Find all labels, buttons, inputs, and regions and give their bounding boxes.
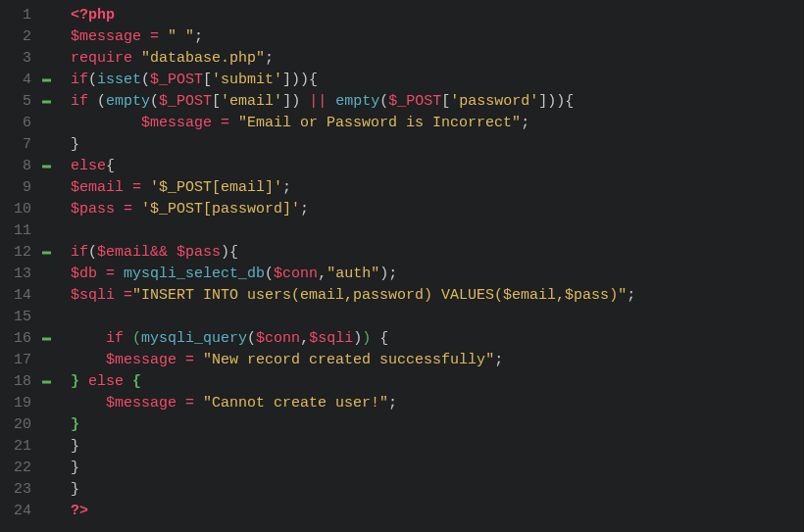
code-line[interactable]: $sqli ="INSERT INTO users(email,password… xyxy=(71,285,804,307)
token xyxy=(327,93,335,110)
token: } xyxy=(71,459,79,476)
token: } xyxy=(71,481,79,498)
token: ])){ xyxy=(538,93,574,110)
token: $db xyxy=(71,266,97,282)
token: " " xyxy=(168,28,194,45)
code-line[interactable]: $message = "Cannot create user!"; xyxy=(71,393,804,414)
token: $sqli xyxy=(309,330,353,347)
code-line[interactable]: $message = "Email or Password is Incorre… xyxy=(71,113,804,134)
token xyxy=(132,201,141,218)
code-line[interactable]: else{ xyxy=(71,156,804,177)
token xyxy=(71,115,141,131)
fold-marker-icon[interactable] xyxy=(42,252,51,255)
line-number: 9 xyxy=(0,177,57,199)
token: = xyxy=(106,266,115,282)
fold-marker-icon[interactable] xyxy=(42,79,51,82)
line-number: 22 xyxy=(0,458,57,479)
token xyxy=(176,352,185,368)
token: ; xyxy=(265,50,274,67)
line-number: 2 xyxy=(0,26,57,48)
code-line[interactable] xyxy=(71,220,804,242)
token: ( xyxy=(88,244,97,261)
token: = xyxy=(185,352,194,368)
token: = xyxy=(124,287,132,304)
token: } xyxy=(71,373,79,390)
token: 'submit' xyxy=(212,72,282,88)
token: ( xyxy=(265,266,274,282)
code-line[interactable]: <?php xyxy=(71,5,804,26)
code-line[interactable]: } xyxy=(71,414,804,436)
token xyxy=(97,266,106,282)
token xyxy=(212,115,221,131)
token: = xyxy=(185,395,194,411)
line-number: 23 xyxy=(0,479,57,501)
code-line[interactable]: $message = "New record created successfu… xyxy=(71,350,804,371)
fold-marker-icon[interactable] xyxy=(42,381,51,384)
token: ){ xyxy=(221,244,238,261)
code-line[interactable]: } xyxy=(71,134,804,156)
token xyxy=(88,93,97,110)
token: if xyxy=(106,330,124,347)
code-line[interactable]: $pass = '$_POST[password]'; xyxy=(71,199,804,220)
token: , xyxy=(318,266,327,282)
token: empty xyxy=(106,93,150,110)
code-line[interactable]: } else { xyxy=(71,371,804,393)
token: "database.php" xyxy=(141,50,265,67)
token: ( xyxy=(97,93,106,110)
line-number: 21 xyxy=(0,436,57,458)
token: "auth" xyxy=(327,266,379,282)
token xyxy=(115,287,124,304)
token: { xyxy=(106,158,115,174)
token xyxy=(176,395,185,411)
token xyxy=(124,330,132,347)
token: } xyxy=(71,136,79,153)
code-line[interactable]: $message = " "; xyxy=(71,26,804,48)
code-line[interactable]: } xyxy=(71,479,804,501)
token: ; xyxy=(521,115,529,131)
token xyxy=(194,352,203,368)
line-number: 16 xyxy=(0,328,57,350)
code-line[interactable]: ?> xyxy=(71,501,804,522)
code-line[interactable]: } xyxy=(71,436,804,458)
code-content[interactable]: <?php$message = " ";require "database.ph… xyxy=(57,5,804,522)
code-editor[interactable]: 123456789101112131415161718192021222324 … xyxy=(0,5,804,522)
code-line[interactable]: if($email&& $pass){ xyxy=(71,242,804,264)
line-number: 10 xyxy=(0,199,57,220)
token xyxy=(229,115,238,131)
code-line[interactable]: require "database.php"; xyxy=(71,48,804,70)
token: $conn xyxy=(274,266,318,282)
fold-marker-icon[interactable] xyxy=(42,338,51,341)
token: = xyxy=(221,115,229,131)
code-line[interactable]: } xyxy=(71,458,804,479)
code-line[interactable]: $email = '$_POST[email]'; xyxy=(71,177,804,199)
line-number: 14 xyxy=(0,285,57,307)
code-line[interactable]: if (empty($_POST['email']) || empty($_PO… xyxy=(71,91,804,113)
token: ; xyxy=(627,287,635,304)
code-line[interactable]: if(isset($_POST['submit'])){ xyxy=(71,70,804,91)
token: { xyxy=(379,330,388,347)
token: "INSERT INTO users(email,password) VALUE… xyxy=(132,287,627,304)
token: 'password' xyxy=(450,93,538,110)
token: "New record created successfully" xyxy=(203,352,494,368)
token: ]) xyxy=(282,93,309,110)
code-line[interactable]: $db = mysqli_select_db($conn,"auth"); xyxy=(71,264,804,285)
token: $_POST xyxy=(159,93,212,110)
token: ; xyxy=(194,28,203,45)
token xyxy=(132,50,141,67)
line-number: 6 xyxy=(0,113,57,134)
token: { xyxy=(132,373,141,390)
fold-marker-icon[interactable] xyxy=(42,166,51,169)
fold-marker-icon[interactable] xyxy=(42,101,51,104)
token: = xyxy=(150,28,159,45)
token xyxy=(159,28,168,45)
token xyxy=(141,179,150,196)
token: $_POST xyxy=(150,72,203,88)
token xyxy=(141,28,150,45)
code-line[interactable] xyxy=(71,307,804,328)
code-line[interactable]: if (mysqli_query($conn,$sqli)) { xyxy=(71,328,804,350)
token: $email xyxy=(71,179,124,196)
token: $_POST xyxy=(388,93,441,110)
token xyxy=(124,373,132,390)
token: mysqli_select_db xyxy=(124,266,265,282)
line-number: 7 xyxy=(0,134,57,156)
